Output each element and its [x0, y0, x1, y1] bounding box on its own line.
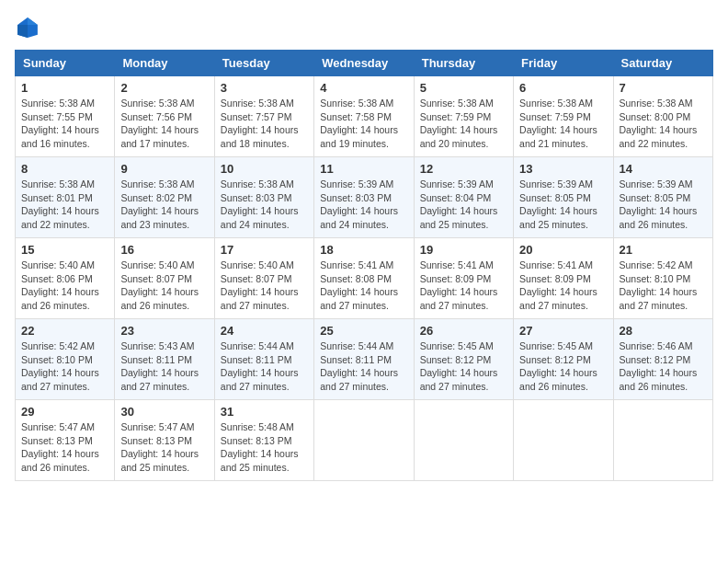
- calendar-day-cell: 13 Sunrise: 5:39 AM Sunset: 8:05 PM Dayl…: [514, 157, 613, 238]
- day-info: Sunrise: 5:44 AM Sunset: 8:11 PM Dayligh…: [320, 339, 407, 394]
- day-number: 11: [320, 162, 407, 176]
- calendar-day-cell: 29 Sunrise: 5:47 AM Sunset: 8:13 PM Dayl…: [16, 400, 115, 481]
- calendar-day-cell: 11 Sunrise: 5:39 AM Sunset: 8:03 PM Dayl…: [314, 157, 414, 238]
- calendar-week-row: 8 Sunrise: 5:38 AM Sunset: 8:01 PM Dayli…: [16, 157, 713, 238]
- day-number: 25: [320, 324, 407, 338]
- day-number: 21: [620, 243, 707, 257]
- day-number: 19: [420, 243, 507, 257]
- day-info: Sunrise: 5:39 AM Sunset: 8:04 PM Dayligh…: [420, 178, 507, 232]
- calendar-day-cell: [314, 400, 414, 481]
- day-info: Sunrise: 5:38 AM Sunset: 8:03 PM Dayligh…: [221, 178, 308, 232]
- calendar-day-cell: 25 Sunrise: 5:44 AM Sunset: 8:11 PM Dayl…: [314, 319, 414, 400]
- day-info: Sunrise: 5:47 AM Sunset: 8:13 PM Dayligh…: [120, 420, 208, 475]
- day-of-week-header: Sunday: [16, 51, 115, 76]
- calendar-day-cell: 16 Sunrise: 5:40 AM Sunset: 8:07 PM Dayl…: [115, 238, 214, 319]
- calendar-day-cell: 14 Sunrise: 5:39 AM Sunset: 8:05 PM Dayl…: [613, 157, 712, 238]
- calendar-day-cell: 8 Sunrise: 5:38 AM Sunset: 8:01 PM Dayli…: [16, 157, 115, 238]
- day-number: 31: [221, 405, 308, 419]
- day-of-week-header: Tuesday: [214, 51, 313, 76]
- day-info: Sunrise: 5:38 AM Sunset: 8:00 PM Dayligh…: [620, 97, 707, 151]
- calendar-day-cell: 9 Sunrise: 5:38 AM Sunset: 8:02 PM Dayli…: [115, 157, 214, 238]
- day-number: 18: [320, 243, 407, 257]
- calendar-day-cell: 7 Sunrise: 5:38 AM Sunset: 8:00 PM Dayli…: [613, 76, 712, 157]
- calendar-day-cell: 28 Sunrise: 5:46 AM Sunset: 8:12 PM Dayl…: [613, 319, 712, 400]
- day-info: Sunrise: 5:38 AM Sunset: 8:02 PM Dayligh…: [120, 178, 208, 232]
- calendar-week-row: 29 Sunrise: 5:47 AM Sunset: 8:13 PM Dayl…: [16, 400, 713, 481]
- day-number: 9: [120, 162, 208, 176]
- day-number: 2: [120, 81, 208, 95]
- day-info: Sunrise: 5:41 AM Sunset: 8:09 PM Dayligh…: [420, 259, 507, 313]
- calendar-day-cell: 10 Sunrise: 5:38 AM Sunset: 8:03 PM Dayl…: [214, 157, 313, 238]
- day-info: Sunrise: 5:40 AM Sunset: 8:07 PM Dayligh…: [221, 259, 308, 313]
- calendar-week-row: 22 Sunrise: 5:42 AM Sunset: 8:10 PM Dayl…: [16, 319, 713, 400]
- calendar-day-cell: 17 Sunrise: 5:40 AM Sunset: 8:07 PM Dayl…: [214, 238, 313, 319]
- calendar-day-cell: 26 Sunrise: 5:45 AM Sunset: 8:12 PM Dayl…: [414, 319, 513, 400]
- day-number: 23: [120, 324, 208, 338]
- calendar-day-cell: 4 Sunrise: 5:38 AM Sunset: 7:58 PM Dayli…: [314, 76, 414, 157]
- day-number: 4: [320, 81, 407, 95]
- calendar-day-cell: [613, 400, 712, 481]
- day-number: 12: [420, 162, 507, 176]
- calendar-day-cell: 6 Sunrise: 5:38 AM Sunset: 7:59 PM Dayli…: [514, 76, 613, 157]
- calendar-day-cell: 21 Sunrise: 5:42 AM Sunset: 8:10 PM Dayl…: [613, 238, 712, 319]
- calendar-day-cell: 31 Sunrise: 5:48 AM Sunset: 8:13 PM Dayl…: [214, 400, 313, 481]
- logo: [15, 15, 44, 40]
- day-number: 29: [21, 405, 108, 419]
- day-info: Sunrise: 5:38 AM Sunset: 7:59 PM Dayligh…: [519, 97, 607, 151]
- calendar-day-cell: 2 Sunrise: 5:38 AM Sunset: 7:56 PM Dayli…: [115, 76, 214, 157]
- day-info: Sunrise: 5:45 AM Sunset: 8:12 PM Dayligh…: [519, 339, 607, 394]
- calendar-day-cell: 19 Sunrise: 5:41 AM Sunset: 8:09 PM Dayl…: [414, 238, 513, 319]
- calendar-week-row: 15 Sunrise: 5:40 AM Sunset: 8:06 PM Dayl…: [16, 238, 713, 319]
- day-info: Sunrise: 5:45 AM Sunset: 8:12 PM Dayligh…: [420, 339, 507, 394]
- day-number: 15: [21, 243, 108, 257]
- day-info: Sunrise: 5:40 AM Sunset: 8:07 PM Dayligh…: [120, 259, 208, 313]
- day-number: 27: [519, 324, 607, 338]
- day-info: Sunrise: 5:43 AM Sunset: 8:11 PM Dayligh…: [120, 339, 208, 394]
- day-info: Sunrise: 5:38 AM Sunset: 7:56 PM Dayligh…: [120, 97, 208, 151]
- day-info: Sunrise: 5:42 AM Sunset: 8:10 PM Dayligh…: [21, 339, 108, 394]
- day-number: 3: [221, 81, 308, 95]
- svg-marker-2: [17, 25, 28, 38]
- calendar-header-row: SundayMondayTuesdayWednesdayThursdayFrid…: [16, 51, 713, 76]
- day-info: Sunrise: 5:47 AM Sunset: 8:13 PM Dayligh…: [21, 420, 108, 475]
- day-info: Sunrise: 5:41 AM Sunset: 8:08 PM Dayligh…: [320, 259, 407, 313]
- calendar-day-cell: [414, 400, 513, 481]
- day-info: Sunrise: 5:39 AM Sunset: 8:03 PM Dayligh…: [320, 178, 407, 232]
- day-number: 20: [519, 243, 607, 257]
- calendar-day-cell: 12 Sunrise: 5:39 AM Sunset: 8:04 PM Dayl…: [414, 157, 513, 238]
- calendar-day-cell: 24 Sunrise: 5:44 AM Sunset: 8:11 PM Dayl…: [214, 319, 313, 400]
- day-info: Sunrise: 5:42 AM Sunset: 8:10 PM Dayligh…: [620, 259, 707, 313]
- day-number: 7: [620, 81, 707, 95]
- day-number: 16: [120, 243, 208, 257]
- day-number: 10: [221, 162, 308, 176]
- day-number: 13: [519, 162, 607, 176]
- calendar-day-cell: 3 Sunrise: 5:38 AM Sunset: 7:57 PM Dayli…: [214, 76, 313, 157]
- calendar-day-cell: 27 Sunrise: 5:45 AM Sunset: 8:12 PM Dayl…: [514, 319, 613, 400]
- calendar-day-cell: 1 Sunrise: 5:38 AM Sunset: 7:55 PM Dayli…: [16, 76, 115, 157]
- day-number: 30: [120, 405, 208, 419]
- day-number: 24: [221, 324, 308, 338]
- calendar-day-cell: 23 Sunrise: 5:43 AM Sunset: 8:11 PM Dayl…: [115, 319, 214, 400]
- day-info: Sunrise: 5:48 AM Sunset: 8:13 PM Dayligh…: [221, 420, 308, 475]
- calendar-week-row: 1 Sunrise: 5:38 AM Sunset: 7:55 PM Dayli…: [16, 76, 713, 157]
- day-number: 6: [519, 81, 607, 95]
- day-info: Sunrise: 5:38 AM Sunset: 8:01 PM Dayligh…: [21, 178, 108, 232]
- day-number: 14: [620, 162, 707, 176]
- day-info: Sunrise: 5:41 AM Sunset: 8:09 PM Dayligh…: [519, 259, 607, 313]
- day-info: Sunrise: 5:39 AM Sunset: 8:05 PM Dayligh…: [519, 178, 607, 232]
- calendar-day-cell: 30 Sunrise: 5:47 AM Sunset: 8:13 PM Dayl…: [115, 400, 214, 481]
- day-info: Sunrise: 5:38 AM Sunset: 7:57 PM Dayligh…: [221, 97, 308, 151]
- day-of-week-header: Thursday: [414, 51, 513, 76]
- day-info: Sunrise: 5:38 AM Sunset: 7:55 PM Dayligh…: [21, 97, 108, 151]
- day-of-week-header: Saturday: [613, 51, 712, 76]
- calendar-table: SundayMondayTuesdayWednesdayThursdayFrid…: [15, 50, 713, 481]
- day-of-week-header: Monday: [115, 51, 214, 76]
- day-info: Sunrise: 5:40 AM Sunset: 8:06 PM Dayligh…: [21, 259, 108, 313]
- calendar-day-cell: [514, 400, 613, 481]
- day-info: Sunrise: 5:38 AM Sunset: 7:59 PM Dayligh…: [420, 97, 507, 151]
- day-number: 17: [221, 243, 308, 257]
- day-number: 28: [620, 324, 707, 338]
- day-info: Sunrise: 5:46 AM Sunset: 8:12 PM Dayligh…: [620, 339, 707, 394]
- logo-icon: [15, 15, 40, 40]
- day-number: 22: [21, 324, 108, 338]
